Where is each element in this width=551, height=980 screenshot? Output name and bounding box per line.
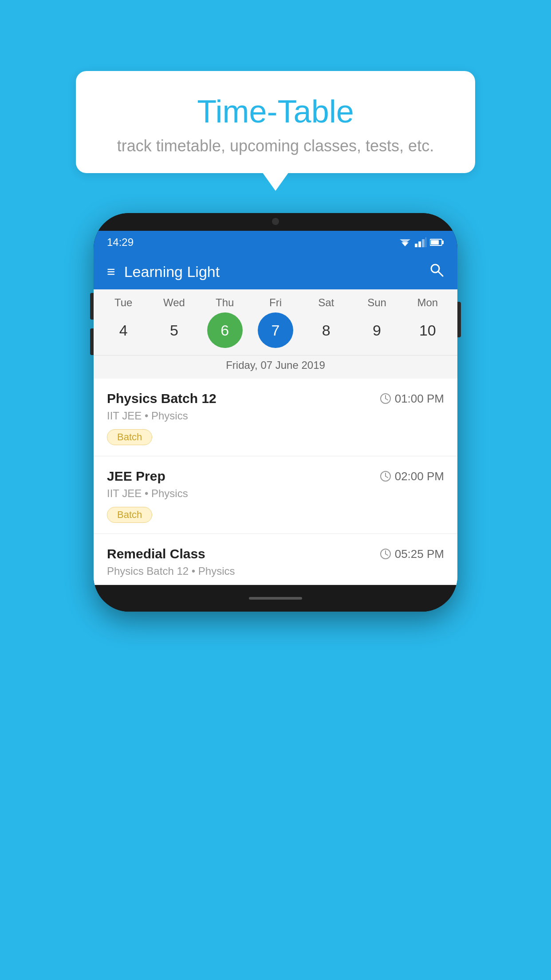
schedule-item-2-header: JEE Prep 02:00 PM: [107, 469, 444, 484]
svg-line-10: [438, 272, 443, 276]
clock-icon-1: [380, 393, 391, 404]
day-header-tue: Tue: [106, 296, 141, 309]
volume-button: [90, 293, 94, 320]
day-5[interactable]: 5: [156, 312, 192, 348]
svg-rect-8: [431, 240, 439, 245]
schedule-item-1-sub: IIT JEE • Physics: [107, 410, 444, 422]
calendar-strip: Tue Wed Thu Fri Sat Sun Mon 4 5 6 7 8 9 …: [94, 289, 457, 379]
day-7-selected[interactable]: 7: [258, 312, 293, 348]
day-10[interactable]: 10: [410, 312, 445, 348]
schedule-list: Physics Batch 12 01:00 PM IIT JEE • Phys…: [94, 379, 457, 585]
svg-line-16: [386, 476, 388, 478]
svg-rect-4: [422, 239, 425, 247]
day-6-today[interactable]: 6: [207, 312, 243, 348]
phone-frame: 14:29: [94, 213, 457, 612]
top-bezel: [94, 213, 457, 231]
day-header-mon: Mon: [410, 296, 445, 309]
schedule-item-3-sub: Physics Batch 12 • Physics: [107, 565, 444, 577]
schedule-item-3[interactable]: Remedial Class 05:25 PM Physics Batch 12…: [94, 534, 457, 585]
day-header-sat: Sat: [308, 296, 344, 309]
battery-icon: [430, 238, 444, 246]
schedule-item-1-header: Physics Batch 12 01:00 PM: [107, 391, 444, 406]
svg-line-19: [386, 554, 388, 555]
day-header-fri: Fri: [258, 296, 293, 309]
phone-mockup: 14:29: [94, 213, 457, 612]
schedule-item-3-time: 05:25 PM: [380, 547, 444, 561]
phone-bottom: [94, 585, 457, 612]
status-bar: 14:29: [94, 231, 457, 254]
svg-line-13: [386, 399, 388, 400]
schedule-item-1[interactable]: Physics Batch 12 01:00 PM IIT JEE • Phys…: [94, 379, 457, 456]
camera: [272, 218, 279, 225]
day-9[interactable]: 9: [359, 312, 395, 348]
status-icons: [399, 237, 444, 247]
search-icon[interactable]: [429, 262, 444, 281]
app-header: ≡ Learning Light: [94, 254, 457, 289]
day-4[interactable]: 4: [106, 312, 141, 348]
batch-badge-1: Batch: [107, 429, 152, 445]
day-numbers: 4 5 6 7 8 9 10: [94, 312, 457, 355]
svg-rect-7: [442, 241, 444, 244]
day-8[interactable]: 8: [308, 312, 344, 348]
schedule-item-2-time: 02:00 PM: [380, 470, 444, 483]
tooltip-title: Time-Table: [102, 93, 449, 130]
schedule-item-2-sub: IIT JEE • Physics: [107, 487, 444, 500]
svg-marker-1: [400, 239, 410, 244]
wifi-icon: [399, 237, 411, 247]
hamburger-menu-icon[interactable]: ≡: [107, 265, 115, 279]
tooltip-card: Time-Table track timetable, upcoming cla…: [76, 71, 475, 173]
schedule-item-1-time: 01:00 PM: [380, 392, 444, 406]
svg-rect-2: [415, 244, 417, 247]
app-title: Learning Light: [124, 263, 429, 281]
schedule-item-3-header: Remedial Class 05:25 PM: [107, 546, 444, 561]
svg-rect-3: [418, 241, 421, 247]
day-header-wed: Wed: [156, 296, 192, 309]
home-indicator: [249, 597, 302, 600]
power-button: [457, 302, 461, 337]
schedule-item-1-name: Physics Batch 12: [107, 391, 216, 406]
batch-badge-2: Batch: [107, 507, 152, 523]
day-header-sun: Sun: [359, 296, 395, 309]
svg-rect-5: [425, 237, 426, 247]
schedule-item-2-name: JEE Prep: [107, 469, 165, 484]
selected-date-label: Friday, 07 June 2019: [94, 355, 457, 379]
status-time: 14:29: [107, 236, 134, 249]
day-headers: Tue Wed Thu Fri Sat Sun Mon: [94, 296, 457, 312]
volume-button-2: [90, 328, 94, 355]
schedule-item-3-name: Remedial Class: [107, 546, 205, 561]
schedule-item-2[interactable]: JEE Prep 02:00 PM IIT JEE • Physics Batc…: [94, 456, 457, 534]
notch: [249, 213, 302, 230]
clock-icon-2: [380, 470, 391, 482]
clock-icon-3: [380, 548, 391, 560]
tooltip-subtitle: track timetable, upcoming classes, tests…: [102, 137, 449, 155]
signal-icon: [415, 237, 426, 247]
day-header-thu: Thu: [207, 296, 243, 309]
